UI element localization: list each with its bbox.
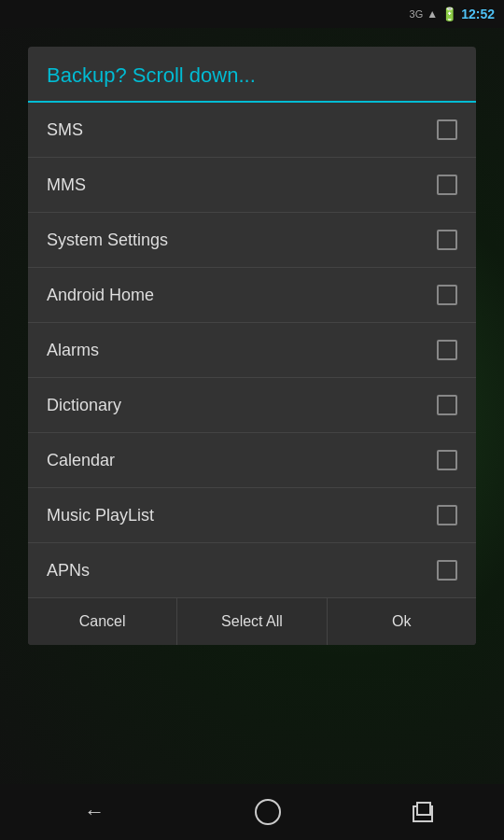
list-item-apns[interactable]: APNs — [28, 543, 476, 597]
battery-icon: 🔋 — [441, 7, 457, 21]
item-label-sms: SMS — [47, 120, 83, 140]
checkbox-mms[interactable] — [437, 175, 457, 195]
list-item-calendar[interactable]: Calendar — [28, 433, 476, 488]
list-item-dictionary[interactable]: Dictionary — [28, 378, 476, 433]
item-label-mms: MMS — [47, 175, 86, 195]
checkbox-dictionary[interactable] — [437, 395, 457, 415]
backup-dialog: Backup? Scroll down... SMS MMS System Se… — [28, 47, 476, 645]
cancel-button[interactable]: Cancel — [28, 598, 177, 645]
backup-options-list: SMS MMS System Settings Android Home Ala… — [28, 103, 476, 597]
status-icons: 3G ▲ 🔋 12:52 — [410, 7, 495, 21]
navigation-bar: ← — [0, 784, 504, 840]
item-label-dictionary: Dictionary — [47, 396, 121, 415]
home-button[interactable] — [255, 799, 281, 825]
list-item-alarms[interactable]: Alarms — [28, 323, 476, 378]
dialog-title-text: Backup? Scroll down... — [47, 63, 256, 87]
checkbox-alarms[interactable] — [437, 340, 457, 360]
checkbox-music-playlist[interactable] — [437, 505, 457, 525]
item-label-android-home: Android Home — [47, 286, 154, 305]
checkbox-calendar[interactable] — [437, 450, 457, 470]
select-all-button[interactable]: Select All — [177, 598, 327, 645]
checkbox-apns[interactable] — [437, 560, 457, 581]
item-label-calendar: Calendar — [47, 451, 115, 470]
list-item-sms[interactable]: SMS — [28, 103, 476, 158]
list-item-system-settings[interactable]: System Settings — [28, 213, 476, 268]
dialog-action-buttons: Cancel Select All Ok — [28, 597, 476, 645]
signal-indicator: 3G — [410, 8, 424, 20]
list-item-mms[interactable]: MMS — [28, 158, 476, 213]
back-icon: ← — [84, 800, 105, 823]
dialog-title-section: Backup? Scroll down... — [28, 47, 476, 103]
dialog-overlay: Backup? Scroll down... SMS MMS System Se… — [0, 28, 504, 784]
item-label-apns: APNs — [47, 561, 90, 581]
back-button[interactable]: ← — [65, 791, 123, 833]
item-label-music-playlist: Music PlayList — [47, 506, 154, 525]
item-label-system-settings: System Settings — [47, 231, 168, 250]
item-label-alarms: Alarms — [47, 341, 99, 360]
checkbox-system-settings[interactable] — [437, 230, 457, 250]
list-item-music-playlist[interactable]: Music PlayList — [28, 488, 476, 543]
checkbox-sms[interactable] — [437, 119, 457, 140]
clock-display: 12:52 — [461, 7, 495, 21]
ok-button[interactable]: Ok — [328, 598, 476, 645]
recents-icon-overlay — [416, 802, 431, 816]
signal-bars-icon: ▲ — [427, 7, 438, 21]
status-bar: 3G ▲ 🔋 12:52 — [0, 0, 504, 28]
recents-button[interactable] — [413, 802, 439, 822]
checkbox-android-home[interactable] — [437, 285, 457, 305]
list-item-android-home[interactable]: Android Home — [28, 268, 476, 323]
